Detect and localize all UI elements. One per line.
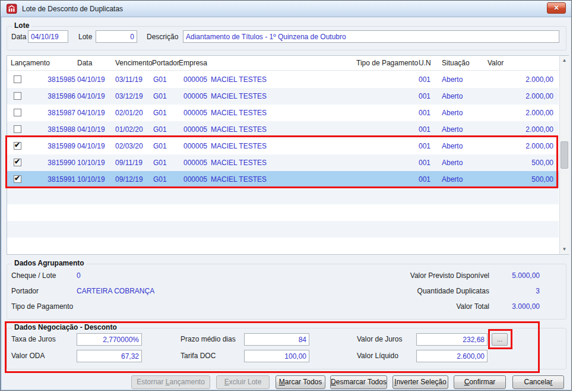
cell-vencimento: 03/12/19 (115, 88, 143, 105)
lote-input[interactable] (96, 30, 137, 43)
quantidade-duplicatas-value: 3 (493, 287, 540, 295)
inverter-selecao-button[interactable]: Inverter Seleção (392, 375, 448, 389)
valor-previsto-label: Valor Previsto Disponível (369, 271, 489, 280)
table-row[interactable]: ✔ 3815990 10/10/19 09/11/19 G01 000005 M… (7, 154, 559, 171)
cell-portador: G01 (153, 138, 167, 154)
close-icon: ✕ (553, 4, 559, 11)
cell-empresa-nome: MACIEL TESTES (211, 121, 267, 138)
valor-liquido-label: Valor Líquido (357, 352, 398, 360)
cell-valor: 2.000,00 (476, 88, 553, 105)
row-checkbox[interactable]: ✔ (14, 125, 21, 133)
valor-juros-input[interactable] (416, 333, 487, 346)
row-checkbox[interactable]: ✔ (14, 75, 21, 83)
col-header-valor[interactable]: Valor (487, 59, 504, 67)
cell-lancamento: 3815989 (31, 138, 75, 154)
scroll-down-arrow-icon[interactable]: ▼ (560, 245, 569, 254)
cheque-lote-label: Cheque / Lote (11, 271, 56, 280)
col-header-portador[interactable]: Portador (152, 59, 179, 67)
cell-un: 001 (419, 138, 430, 154)
data-label: Data (11, 33, 26, 41)
ellipsis-button[interactable]: ... (492, 333, 508, 346)
cell-empresa-codigo: 000005 (183, 171, 207, 188)
cell-empresa-codigo: 000005 (183, 71, 207, 88)
valor-juros-label: Valor de Juros (357, 335, 402, 343)
valor-total-label: Valor Total (369, 302, 489, 311)
table-row[interactable]: ✔ 3815987 04/10/19 02/01/20 G01 000005 M… (7, 105, 559, 121)
cell-un: 001 (419, 171, 430, 188)
estornar-lancamento-button[interactable]: Estornar Lançamento (131, 375, 210, 389)
tarifa-doc-label: Tarifa DOC (181, 352, 216, 360)
table-row[interactable]: ✔ 3815989 04/10/19 02/03/20 G01 000005 M… (7, 138, 559, 154)
portador-value: CARTEIRA COBRANÇA (77, 287, 154, 295)
col-header-vencimento[interactable]: Vencimento (115, 59, 153, 67)
cell-empresa-nome: MACIEL TESTES (211, 154, 267, 171)
col-header-un[interactable]: U.N (419, 59, 431, 67)
cell-vencimento: 02/03/20 (115, 138, 143, 154)
cell-empresa-nome: MACIEL TESTES (211, 105, 267, 121)
cell-valor: 500,00 (476, 154, 553, 171)
cell-empresa-codigo: 000005 (183, 121, 207, 138)
table-row[interactable]: ✔ 3815986 04/10/19 03/12/19 G01 000005 M… (7, 88, 559, 105)
cell-lancamento: 3815991 (31, 171, 75, 188)
table-row[interactable]: ✔ 3815985 04/10/19 03/11/19 G01 000005 M… (7, 71, 559, 88)
row-checkbox[interactable]: ✔ (14, 159, 21, 166)
cell-lancamento: 3815987 (31, 105, 75, 121)
cell-un: 001 (419, 121, 430, 138)
cell-portador: G01 (153, 88, 167, 105)
col-header-situacao[interactable]: Situação (442, 59, 470, 67)
cell-portador: G01 (153, 121, 167, 138)
cell-situacao: Aberto (442, 154, 463, 171)
row-checkbox[interactable]: ✔ (14, 142, 21, 150)
col-header-tipo-pagamento[interactable]: Tipo de Pagamento (356, 59, 418, 67)
prazo-medio-input[interactable] (244, 333, 309, 346)
cell-situacao: Aberto (442, 171, 463, 188)
tarifa-doc-input[interactable] (244, 350, 309, 362)
empty-row-stripe (7, 238, 559, 254)
cell-data: 10/10/19 (77, 171, 105, 188)
grid-header: Lançamento Data Vencimento Portador Empr… (7, 56, 559, 71)
tipo-pagamento-label: Tipo de Pagamento (11, 302, 73, 311)
row-checkbox[interactable]: ✔ (14, 109, 21, 116)
row-checkbox[interactable]: ✔ (14, 175, 21, 183)
taxa-juros-input[interactable] (77, 333, 142, 346)
table-row[interactable]: ✔ 3815991 10/10/19 09/12/19 G01 000005 M… (7, 171, 559, 188)
title-bar[interactable]: Lote de Desconto de Duplicatas ✕ (1, 1, 572, 17)
cheque-lote-value: 0 (77, 271, 81, 280)
empty-row-stripe (7, 188, 559, 204)
data-input[interactable] (28, 30, 68, 43)
cancelar-button[interactable]: Cancelar (512, 375, 564, 389)
cell-empresa-codigo: 000005 (183, 105, 207, 121)
table-row[interactable]: ✔ 3815988 04/10/19 01/02/20 G01 000005 M… (7, 121, 559, 138)
check-icon: ✔ (14, 141, 20, 149)
close-button[interactable]: ✕ (547, 2, 566, 14)
cell-valor: 2.000,00 (476, 105, 553, 121)
col-header-lancamento[interactable]: Lançamento (11, 59, 50, 67)
desmarcar-todos-button[interactable]: Desmarcar Todos (330, 375, 387, 389)
cell-portador: G01 (153, 71, 167, 88)
valor-liquido-input[interactable] (416, 350, 487, 362)
cell-lancamento: 3815990 (31, 154, 75, 171)
valor-oda-label: Valor ODA (11, 352, 45, 360)
marcar-todos-button[interactable]: Marcar Todos (276, 375, 325, 389)
cell-vencimento: 09/11/19 (115, 154, 143, 171)
row-checkbox[interactable]: ✔ (14, 92, 21, 100)
check-icon: ✔ (14, 174, 20, 182)
check-icon: ✔ (14, 157, 20, 166)
agrupamento-group-title: Dados Agrupamento (12, 259, 87, 267)
confirmar-button[interactable]: Confirmar (454, 375, 506, 389)
cell-situacao: Aberto (442, 121, 463, 138)
col-header-data[interactable]: Data (77, 59, 92, 67)
cell-portador: G01 (153, 105, 167, 121)
cell-portador: G01 (153, 154, 167, 171)
col-header-empresa[interactable]: Empresa (179, 59, 207, 67)
descricao-input[interactable] (183, 30, 559, 43)
cell-valor: 2.000,00 (476, 121, 553, 138)
scrollbar-thumb[interactable] (561, 141, 568, 169)
vertical-scrollbar[interactable]: ▲ ▼ (559, 56, 569, 254)
valor-oda-input[interactable] (77, 350, 142, 362)
excluir-lote-button[interactable]: Excluir Lote (216, 375, 270, 389)
valor-total-value: 3.000,00 (493, 302, 540, 311)
scroll-up-arrow-icon[interactable]: ▲ (560, 56, 569, 65)
cell-empresa-nome: MACIEL TESTES (211, 171, 267, 188)
cell-situacao: Aberto (442, 71, 463, 88)
